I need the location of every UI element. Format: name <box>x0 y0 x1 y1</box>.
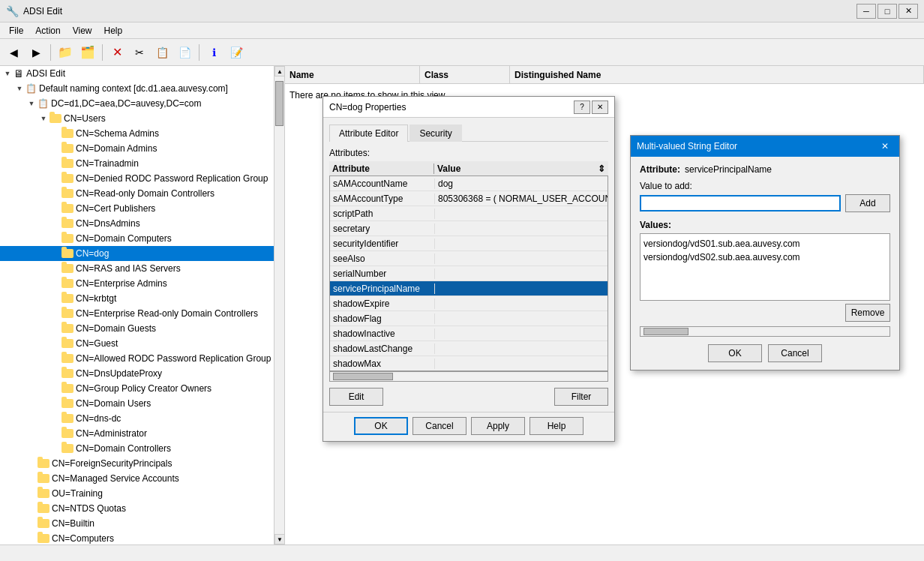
tree-item-7[interactable]: CN=Domain Computers <box>0 231 274 246</box>
tree-item-20[interactable]: CN=Administrator <box>0 426 274 441</box>
tree-bottom-item-3[interactable]: CN=NTDS Quotas <box>0 501 274 516</box>
attr-row-6[interactable]: serialNumber <box>330 266 608 281</box>
ok-button[interactable]: OK <box>354 417 408 435</box>
mve-close-btn[interactable]: ✕ <box>877 140 893 153</box>
mve-ok-button[interactable]: OK <box>708 344 762 362</box>
delete-button[interactable]: ✕ <box>106 43 128 62</box>
vscroll-thumb[interactable] <box>275 81 284 126</box>
attr-row-12[interactable]: shadowMax <box>330 356 608 371</box>
tree-item-9[interactable]: CN=RAS and IAS Servers <box>0 261 274 276</box>
val-col-header[interactable]: Value <box>434 164 598 174</box>
vscroll-down-btn[interactable]: ▼ <box>274 534 284 544</box>
mve-value-input[interactable] <box>640 195 841 212</box>
help-button[interactable]: Help <box>530 417 584 435</box>
tree-item-14[interactable]: CN=Guest <box>0 336 274 351</box>
properties-help-btn[interactable]: ? <box>574 100 590 114</box>
tree-item-15[interactable]: CN=Allowed RODC Password Replication Gro… <box>0 351 274 366</box>
attr-row-10[interactable]: shadowInactive <box>330 326 608 341</box>
tree-item-4[interactable]: CN=Read-only Domain Controllers <box>0 186 274 201</box>
properties-close-btn[interactable]: ✕ <box>592 100 608 114</box>
tree-item-10[interactable]: CN=Enterprise Admins <box>0 276 274 291</box>
tree-item-11[interactable]: CN=krbtgt <box>0 291 274 306</box>
remove-button[interactable]: Remove <box>845 304 890 322</box>
edit-button[interactable]: Edit <box>329 388 383 406</box>
menu-file[interactable]: File <box>3 24 29 38</box>
tree-content: ▼ 🖥 ADSI Edit ▼ 📋 Default naming context… <box>0 66 274 544</box>
mve-hscroll[interactable] <box>640 326 890 337</box>
cut-button[interactable]: ✂ <box>129 43 150 62</box>
attr-row-1[interactable]: sAMAccountType 805306368 = ( NORMAL_USER… <box>330 191 608 206</box>
cancel-button[interactable]: Cancel <box>412 417 466 435</box>
filter-button[interactable]: Filter <box>554 388 608 406</box>
tree-item-1[interactable]: CN=Domain Admins <box>0 141 274 156</box>
tree-cn-users[interactable]: ▼ CN=Users <box>0 111 274 126</box>
tree-item-19[interactable]: CN=dns-dc <box>0 411 274 426</box>
tree-item-18[interactable]: CN=Domain Users <box>0 396 274 411</box>
col-name-header[interactable]: Name <box>285 66 420 83</box>
tree-bottom-item-2[interactable]: OU=Training <box>0 486 274 501</box>
properties-dialog-content: Attribute Editor Security Attributes: At… <box>323 118 614 412</box>
attr-row-9[interactable]: shadowFlag <box>330 311 608 326</box>
attr-row-2[interactable]: scriptPath <box>330 206 608 221</box>
mve-value-row-1[interactable]: versiondog/vdS02.sub.aea.auvesy.com <box>644 250 886 264</box>
naming-context-icon: 📋 <box>26 83 37 94</box>
tree-item-2[interactable]: CN=Trainadmin <box>0 156 274 171</box>
copy-button[interactable]: 📋 <box>152 43 172 62</box>
tree-root[interactable]: ▼ 🖥 ADSI Edit <box>0 66 274 81</box>
attr-row-8[interactable]: shadowExpire <box>330 296 608 311</box>
paste-button[interactable]: 📄 <box>174 43 195 62</box>
maximize-button[interactable]: □ <box>878 4 897 19</box>
properties-button[interactable]: 📝 <box>226 43 247 62</box>
minimize-button[interactable]: ─ <box>856 4 876 19</box>
tree-naming-context[interactable]: ▼ 📋 Default naming context [dc.d1.aea.au… <box>0 81 274 96</box>
tree-item-13[interactable]: CN=Domain Guests <box>0 321 274 336</box>
mve-values-box[interactable]: versiondog/vdS01.sub.aea.auvesy.comversi… <box>640 233 890 301</box>
attr-row-11[interactable]: shadowLastChange <box>330 341 608 356</box>
attr-row-7[interactable]: servicePrincipalName <box>330 281 608 296</box>
col-class-header[interactable]: Class <box>420 66 510 83</box>
attr-row-3[interactable]: secretary <box>330 221 608 236</box>
tree-bottom-item-1[interactable]: CN=Managed Service Accounts <box>0 471 274 486</box>
vscroll-up-btn[interactable]: ▲ <box>274 66 284 76</box>
tree-bottom-item-5[interactable]: CN=Computers <box>0 531 274 544</box>
tree-item-icon-10 <box>62 279 74 288</box>
tree-item-21[interactable]: CN=Domain Controllers <box>0 441 274 456</box>
tree-item-6[interactable]: CN=DnsAdmins <box>0 216 274 231</box>
mve-hscroll-thumb[interactable] <box>644 328 688 335</box>
tab-security[interactable]: Security <box>410 124 461 142</box>
folder2-button[interactable]: 🗂️ <box>77 43 98 62</box>
attr-hscroll-thumb[interactable] <box>333 373 393 380</box>
tree-item-expand-14 <box>50 338 62 350</box>
menu-action[interactable]: Action <box>29 24 66 38</box>
menu-help[interactable]: Help <box>98 24 129 38</box>
tree-item-12[interactable]: CN=Enterprise Read-only Domain Controlle… <box>0 306 274 321</box>
tree-item-17[interactable]: CN=Group Policy Creator Owners <box>0 381 274 396</box>
attr-rows-container[interactable]: sAMAccountName dog sAMAccountType 805306… <box>329 176 608 371</box>
close-button[interactable]: ✕ <box>898 4 918 19</box>
tree-bottom-item-0[interactable]: CN=ForeignSecurityPrincipals <box>0 456 274 471</box>
info-button[interactable]: ℹ <box>203 43 224 62</box>
tree-bottom-item-4[interactable]: CN=Builtin <box>0 516 274 531</box>
tree-item-3[interactable]: CN=Denied RODC Password Replication Grou… <box>0 171 274 186</box>
attr-hscroll[interactable] <box>329 371 608 382</box>
attr-col-header[interactable]: Attribute <box>329 164 434 174</box>
tree-item-8[interactable]: CN=dog <box>0 246 274 261</box>
tree-dc[interactable]: ▼ 📋 DC=d1,DC=aea,DC=auvesy,DC=com <box>0 96 274 111</box>
attr-row-4[interactable]: securityIdentifier <box>330 236 608 251</box>
tree-item-16[interactable]: CN=DnsUpdateProxy <box>0 366 274 381</box>
apply-button[interactable]: Apply <box>471 417 525 435</box>
tree-item-0[interactable]: CN=Schema Admins <box>0 126 274 141</box>
folder-button[interactable]: 📁 <box>55 43 76 62</box>
mve-cancel-button[interactable]: Cancel <box>768 344 822 362</box>
tree-item-5[interactable]: CN=Cert Publishers <box>0 201 274 216</box>
col-dn-header[interactable]: Distinguished Name <box>510 66 924 83</box>
mve-value-row-0[interactable]: versiondog/vdS01.sub.aea.auvesy.com <box>644 237 886 250</box>
tab-attribute-editor[interactable]: Attribute Editor <box>329 124 408 142</box>
back-button[interactable]: ◀ <box>3 43 24 62</box>
forward-button[interactable]: ▶ <box>26 43 46 62</box>
add-button[interactable]: Add <box>845 194 890 212</box>
attr-row-0[interactable]: sAMAccountName dog <box>330 176 608 191</box>
menu-view[interactable]: View <box>67 24 98 38</box>
attr-row-5[interactable]: seeAlso <box>330 251 608 266</box>
attr-name-7: servicePrincipalName <box>330 284 435 294</box>
